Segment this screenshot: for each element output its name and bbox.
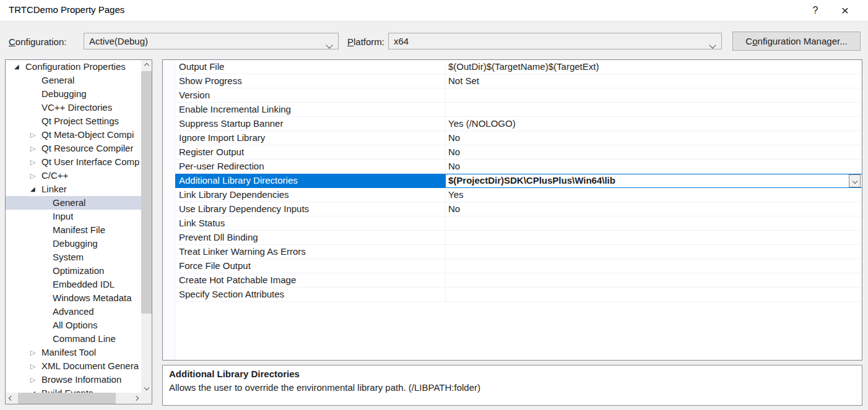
tree-item-vc++-directories[interactable]: VC++ Directories	[6, 101, 141, 114]
property-value[interactable]: No	[446, 160, 862, 173]
tree-expander-icon[interactable]: ▷	[30, 142, 41, 155]
property-name[interactable]: Register Output	[175, 145, 446, 159]
platform-combobox[interactable]: x64	[388, 33, 722, 49]
tree-item-manifest-file[interactable]: Manifest File	[6, 223, 141, 237]
tree-expander-icon[interactable]: ▷	[30, 373, 41, 387]
tree-item-qt-user-interface-comp[interactable]: ▷Qt User Interface Comp	[6, 155, 141, 169]
configuration-label: Configuration:	[9, 36, 66, 47]
property-value[interactable]: $(ProjectDir)SDK\CPlusPlus\Win64\lib	[446, 174, 862, 187]
tree-item-label: Build Events	[41, 387, 93, 393]
property-name[interactable]: Specify Section Attributes	[175, 288, 446, 301]
tree-item-build-events[interactable]: ◢Build Events	[6, 387, 141, 393]
tree-expander-icon[interactable]: ◢	[30, 182, 41, 196]
property-pages-dialog: TRTCDemo Property Pages ? × Configuratio…	[0, 0, 868, 410]
configuration-combobox[interactable]: Active(Debug)	[84, 33, 339, 49]
tree-horizontal-scrollbar[interactable]	[6, 393, 141, 404]
property-name[interactable]: Additional Library Directories	[175, 174, 446, 187]
property-name[interactable]: Link Status	[175, 216, 446, 230]
tree-item-windows-metadata[interactable]: Windows Metadata	[6, 291, 141, 305]
tree-item-label: VC++ Directories	[41, 101, 112, 114]
property-name[interactable]: Show Progress	[175, 74, 446, 88]
tree-item-browse-information[interactable]: ▷Browse Information	[6, 373, 141, 387]
property-value[interactable]	[446, 231, 862, 244]
configuration-manager-button[interactable]: Configuration Manager...	[732, 32, 861, 51]
tree-item-command-line[interactable]: Command Line	[6, 332, 141, 346]
tree-expander-icon[interactable]: ◢	[30, 387, 41, 393]
property-name[interactable]: Prevent Dll Binding	[175, 231, 446, 244]
property-value[interactable]: No	[446, 202, 862, 216]
tree-item-label: Debugging	[53, 237, 98, 250]
property-name[interactable]: Ignore Import Library	[175, 131, 446, 145]
property-name[interactable]: Enable Incremental Linking	[175, 103, 446, 116]
scroll-up-button[interactable]	[141, 60, 152, 70]
property-row: Register OutputNo	[175, 145, 862, 160]
property-value[interactable]	[446, 273, 862, 287]
property-name[interactable]: Force File Output	[175, 259, 446, 273]
tree-item-system[interactable]: System	[6, 250, 141, 264]
tree-expander-icon[interactable]: ▷	[30, 346, 41, 359]
tree-item-c-c++[interactable]: ▷C/C++	[6, 169, 141, 182]
tree-item-configuration-properties[interactable]: ◢Configuration Properties	[6, 60, 141, 74]
vertical-scrollbar-thumb[interactable]	[141, 71, 152, 314]
tree-item-general[interactable]: General	[6, 74, 141, 87]
property-name[interactable]: Output File	[175, 60, 446, 74]
tree-expander-icon[interactable]: ◢	[14, 60, 25, 74]
tree-item-optimization[interactable]: Optimization	[6, 264, 141, 278]
property-value[interactable]	[446, 88, 862, 102]
scroll-left-button[interactable]	[6, 393, 16, 404]
property-name[interactable]: Version	[175, 88, 446, 102]
description-text: Allows the user to override the environm…	[169, 382, 856, 393]
property-name[interactable]: Per-user Redirection	[175, 160, 446, 173]
tree-item-linker[interactable]: ◢Linker	[6, 182, 141, 196]
tree-item-qt-meta-object-compi[interactable]: ▷Qt Meta-Object Compi	[6, 128, 141, 142]
tree-expander-icon[interactable]: ▷	[30, 169, 41, 182]
property-value[interactable]: No	[446, 131, 862, 145]
tree-expander-icon[interactable]: ▷	[30, 128, 41, 142]
tree-expander-icon[interactable]: ▷	[30, 155, 41, 169]
tree-item-xml-document-genera[interactable]: ▷XML Document Genera	[6, 359, 141, 373]
tree-item-embedded-idl[interactable]: Embedded IDL	[6, 278, 141, 291]
tree-item-label: General	[41, 74, 74, 87]
property-value[interactable]	[446, 103, 862, 116]
scroll-right-button[interactable]	[131, 393, 141, 404]
tree-item-label: Debugging	[41, 87, 87, 101]
property-name[interactable]: Use Library Dependency Inputs	[175, 202, 446, 216]
property-value[interactable]: No	[446, 145, 862, 159]
horizontal-scrollbar-thumb[interactable]	[18, 393, 116, 404]
property-name[interactable]: Link Library Dependencies	[175, 188, 446, 202]
close-button[interactable]: ×	[835, 0, 856, 20]
property-name[interactable]: Create Hot Patchable Image	[175, 273, 446, 287]
tree-expander-icon[interactable]: ▷	[30, 359, 41, 373]
property-value[interactable]	[446, 288, 862, 301]
tree-item-label: Qt Project Settings	[41, 114, 119, 128]
tree-item-debugging[interactable]: Debugging	[6, 237, 141, 250]
property-row: Ignore Import LibraryNo	[175, 131, 862, 145]
tree-item-general[interactable]: General	[6, 196, 141, 210]
property-name[interactable]: Suppress Startup Banner	[175, 117, 446, 130]
value-dropdown-button[interactable]	[849, 174, 861, 187]
property-value[interactable]	[446, 245, 862, 258]
tree-item-all-options[interactable]: All Options	[6, 318, 141, 332]
help-button[interactable]: ?	[805, 0, 826, 20]
tree-item-label: Qt User Interface Comp	[41, 155, 139, 169]
property-value[interactable]: Yes	[446, 188, 862, 202]
property-value[interactable]	[446, 259, 862, 273]
property-row: Suppress Startup BannerYes (/NOLOGO)	[175, 117, 862, 131]
tree-item-input[interactable]: Input	[6, 210, 141, 223]
scroll-down-button[interactable]	[141, 382, 152, 393]
tree-vertical-scrollbar[interactable]	[141, 60, 152, 393]
tree-item-qt-project-settings[interactable]: Qt Project Settings	[6, 114, 141, 128]
chevron-down-icon	[710, 39, 715, 49]
tree-item-manifest-tool[interactable]: ▷Manifest Tool	[6, 346, 141, 359]
tree-item-qt-resource-compiler[interactable]: ▷Qt Resource Compiler	[6, 142, 141, 155]
tree-item-debugging[interactable]: Debugging	[6, 87, 141, 101]
property-value[interactable]	[446, 216, 862, 230]
property-row: Link Status	[175, 216, 862, 231]
property-row: Link Library DependenciesYes	[175, 188, 862, 202]
property-name[interactable]: Treat Linker Warning As Errors	[175, 245, 446, 258]
property-row: Enable Incremental Linking	[175, 103, 862, 117]
property-value[interactable]: Not Set	[446, 74, 862, 88]
property-value[interactable]: Yes (/NOLOGO)	[446, 117, 862, 130]
tree-item-advanced[interactable]: Advanced	[6, 305, 141, 318]
property-value[interactable]: $(OutDir)$(TargetName)$(TargetExt)	[446, 60, 862, 74]
